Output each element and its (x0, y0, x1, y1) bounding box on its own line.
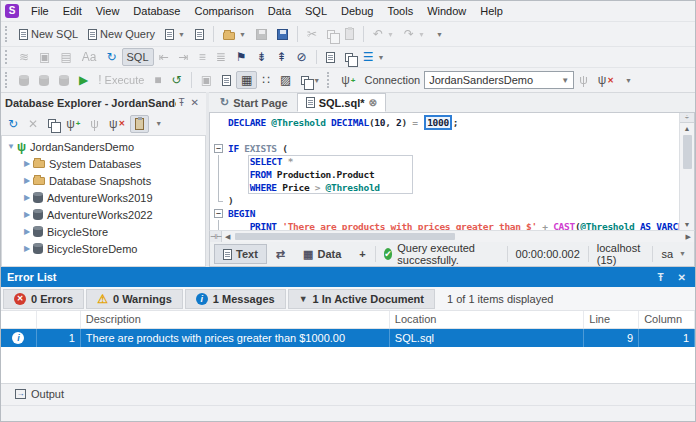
connection-overflow[interactable]: ▼ (619, 74, 637, 87)
execute-button[interactable]: !Execute (93, 71, 149, 89)
query-history-button[interactable]: ↺ (167, 71, 187, 89)
uncomment-button[interactable]: ≣ (211, 48, 231, 66)
results-grid-button[interactable]: ▦ (236, 71, 257, 89)
layout-button[interactable]: ∷ (257, 71, 275, 89)
change-case-button[interactable]: Aa (77, 48, 102, 66)
next-bookmark-button[interactable]: ⇟ (251, 48, 271, 66)
connection-select[interactable]: JordanSandersDemo▼ (424, 71, 574, 89)
new-connection-button[interactable]: ψ+ (336, 71, 360, 89)
code-line[interactable]: PRINT 'There are products with prices gr… (212, 220, 679, 230)
chevron-collapsed-icon[interactable]: ▶ (22, 176, 32, 185)
code-line[interactable]: DECLARE @Threshold DECIMAL(10, 2) = 1000… (212, 116, 679, 129)
swap-results-button[interactable]: ⇄ (267, 244, 294, 265)
menu-database[interactable]: Database (127, 3, 186, 19)
code-line[interactable]: SELECT * (212, 155, 679, 168)
chevron-collapsed-icon[interactable]: ▶ (22, 227, 32, 236)
horizontal-scrollbar[interactable]: ⊣⊢ ◀ ▶ (209, 230, 695, 242)
vertical-scrollbar[interactable]: ÷ ▲ ▼ (679, 113, 694, 230)
clear-bookmarks-button[interactable]: ⊘ (292, 48, 312, 66)
tree-item-system-databases[interactable]: ▶System Databases (2, 155, 205, 172)
save-all-button[interactable] (272, 26, 293, 43)
column-header-line[interactable]: Line (584, 311, 639, 328)
menu-help[interactable]: Help (474, 3, 509, 19)
active-document-filter-button[interactable]: ▼ 1 In Active Document (288, 289, 435, 309)
column-header-icon[interactable] (1, 311, 37, 328)
chevron-collapsed-icon[interactable]: ▶ (22, 244, 32, 253)
comment-button[interactable]: ≡ (194, 48, 211, 66)
close-icon[interactable]: ✕ (188, 97, 202, 108)
toolbar-overflow[interactable]: ▼ (430, 28, 448, 41)
tree-item-jordansandersdemo[interactable]: ▼ψJordanSandersDemo (2, 138, 205, 155)
database-debug-button[interactable] (34, 72, 54, 89)
tree-item-adventureworks2022[interactable]: ▶AdventureWorks2022 (2, 206, 205, 223)
menu-data[interactable]: Data (262, 3, 297, 19)
tab-text-results[interactable]: Text (214, 244, 267, 264)
scroll-down-icon[interactable]: ▼ (684, 219, 691, 230)
code-editor[interactable]: DECLARE @Threshold DECIMAL(10, 2) = 1000… (210, 113, 679, 230)
scroll-up-icon[interactable]: ▲ (684, 123, 691, 134)
attach-document-button[interactable] (217, 72, 236, 89)
column-header-location[interactable]: Location (390, 311, 584, 328)
pin-icon[interactable]: Ŧ (655, 272, 667, 283)
new-snippet-button[interactable] (321, 49, 340, 66)
paste-button[interactable] (340, 25, 359, 43)
add-result-tab-button[interactable]: + (350, 244, 374, 264)
properties-button[interactable] (43, 116, 61, 131)
tree-item-bicyclestore[interactable]: ▶BicycleStore (2, 223, 205, 240)
new-sql-button[interactable]: New SQL (14, 25, 83, 43)
chevron-collapsed-icon[interactable]: ▶ (22, 159, 32, 168)
scrollbar-thumb[interactable] (683, 135, 692, 169)
close-tab-icon[interactable]: ⊗ (368, 97, 376, 108)
scroll-left-icon[interactable]: ◀ (222, 233, 233, 241)
new-item-button[interactable] (190, 26, 209, 43)
menu-window[interactable]: Window (421, 3, 472, 19)
chart-button[interactable]: ▨ (275, 71, 296, 89)
connect-button[interactable]: ψ (574, 71, 593, 89)
increase-indent-button[interactable]: ⇥ (174, 48, 194, 66)
refresh-button[interactable]: ↻ (101, 48, 121, 66)
menu-comparison[interactable]: Comparison (188, 3, 259, 19)
tree-item-bicyclestoredemo[interactable]: ▶BicycleStoreDemo (2, 240, 205, 257)
prev-bookmark-button[interactable]: ⇞ (272, 48, 292, 66)
menu-sql[interactable]: SQL (299, 3, 333, 19)
code-line[interactable]: −IF EXISTS ( (212, 142, 679, 155)
chevron-expanded-icon[interactable]: ▼ (6, 142, 16, 151)
code-line[interactable] (212, 129, 679, 142)
template-button[interactable]: ▤ (55, 48, 76, 66)
pin-icon[interactable]: Ŧ (176, 97, 188, 108)
new-window-button[interactable]: ▼ (296, 73, 325, 88)
format-document-button[interactable]: ≋ (14, 48, 34, 66)
new-query-button[interactable]: New Query (83, 25, 160, 43)
explorer-overflow[interactable]: ▼ (149, 117, 167, 130)
tab-start-page[interactable]: ↻ Start Page (211, 93, 297, 112)
code-line[interactable]: ) (212, 194, 679, 207)
save-button[interactable] (251, 26, 272, 43)
query-profiler-button[interactable]: ▣ (196, 71, 217, 89)
open-file-button[interactable]: ▼ (218, 26, 251, 43)
new-connection-button[interactable]: ψ+ (61, 115, 85, 133)
connect-button[interactable]: ψ (85, 115, 104, 133)
redo-button[interactable]: ↷▼ (399, 25, 430, 43)
filter-button[interactable]: ☰▼ (358, 48, 390, 66)
stop-button[interactable]: ■ (149, 71, 166, 89)
tab-sql-document[interactable]: SQL.sql* ⊗ (297, 93, 386, 112)
split-editor-handle[interactable]: ÷ (680, 113, 694, 123)
user-select[interactable]: sa▼ (652, 246, 694, 263)
fold-collapse-icon[interactable]: − (212, 207, 225, 220)
clipboard-button[interactable] (130, 115, 149, 133)
decrease-indent-button[interactable]: ⇤ (154, 48, 174, 66)
disconnect-button[interactable]: ψ✕ (593, 71, 619, 89)
split-editor-handle[interactable]: ⊣⊢ (210, 231, 222, 242)
database-compile-button[interactable] (14, 72, 34, 89)
window-list-button[interactable] (340, 50, 358, 65)
menu-debug[interactable]: Debug (335, 3, 379, 19)
fold-collapse-icon[interactable]: − (212, 142, 225, 155)
database-script-button[interactable] (54, 72, 74, 89)
warnings-filter-button[interactable]: ⚠ 0 Warnings (86, 289, 183, 309)
code-line[interactable]: FROM Production.Product (212, 168, 679, 181)
menu-view[interactable]: View (90, 3, 126, 19)
tree-item-adventureworks2019[interactable]: ▶AdventureWorks2019 (2, 189, 205, 206)
refresh-button[interactable]: ↻ (3, 115, 23, 133)
column-header-number[interactable] (37, 311, 81, 328)
snippet-button[interactable]: ▣ (34, 48, 55, 66)
